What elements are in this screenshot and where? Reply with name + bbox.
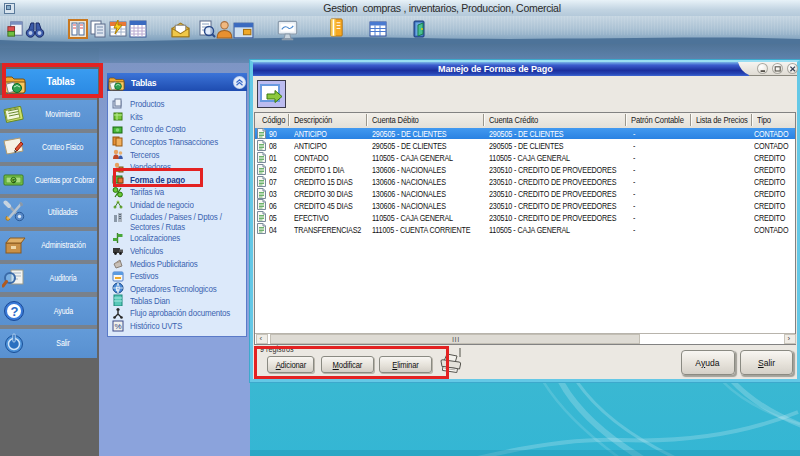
- svg-text:%: %: [115, 322, 122, 331]
- svg-text:?: ?: [11, 303, 19, 318]
- svg-text:E: E: [115, 286, 119, 292]
